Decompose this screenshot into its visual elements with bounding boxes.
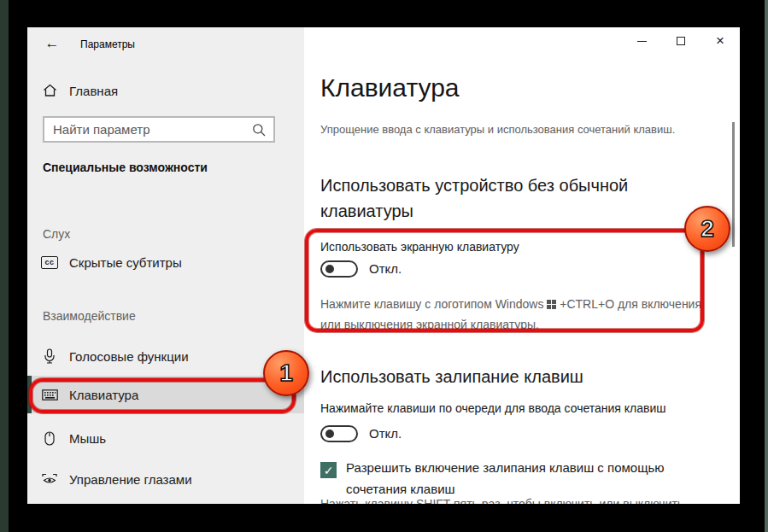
scrollbar-thumb[interactable] — [732, 122, 735, 247]
toggle-knob — [325, 430, 334, 438]
sidebar-item-home[interactable]: Главная — [27, 75, 304, 106]
sidebar-item-label: Управление глазами — [69, 472, 192, 487]
close-button[interactable]: × — [701, 27, 740, 55]
desktop-edge-right — [765, 0, 768, 532]
search-icon[interactable] — [252, 123, 266, 137]
sidebar-item-label: Клавиатура — [69, 388, 138, 402]
closed-captions-icon: cc — [41, 256, 58, 269]
group-label-interaction: Взаимодействие — [43, 309, 136, 323]
page-title: Клавиатура — [320, 73, 460, 102]
section-heading-no-keyboard: Использовать устройство без обычной клав… — [320, 172, 688, 224]
settings-window: ← Параметры Главная Специальные возможно… — [27, 27, 740, 504]
sidebar-item-eye-control[interactable]: Управление глазами — [27, 462, 304, 496]
sticky-hint-clipped: Нажать клавишу SHIFT пять раз, чтобы вкл… — [320, 494, 722, 504]
sidebar-heading: Специальные возможности — [43, 161, 208, 174]
search-box[interactable] — [43, 116, 275, 143]
annotation-step2-badge: 2 — [684, 206, 730, 252]
window-controls: × — [622, 27, 740, 55]
sidebar-item-label: Скрытые субтитры — [69, 255, 182, 270]
microphone-icon — [41, 348, 58, 364]
checkmark-icon: ✓ — [324, 464, 334, 477]
sticky-toggle[interactable] — [320, 425, 358, 442]
sticky-toggle-label: Нажимайте клавиши по очереди для ввода с… — [320, 401, 666, 415]
sidebar-item-mouse[interactable]: Мышь — [27, 421, 304, 455]
osk-toggle-label: Использовать экранную клавиатуру — [320, 240, 519, 254]
group-label-hearing: Слух — [43, 227, 70, 241]
osk-toggle[interactable] — [320, 260, 358, 278]
windows-logo-icon — [547, 300, 556, 309]
close-icon: × — [716, 32, 724, 50]
sidebar-item-label: Главная — [69, 84, 118, 98]
section-heading-sticky-keys: Использовать залипание клавиш — [320, 364, 722, 389]
mouse-icon — [41, 431, 58, 446]
keyboard-icon — [41, 389, 58, 400]
sidebar-item-label: Мышь — [69, 431, 106, 446]
search-input[interactable] — [44, 122, 252, 137]
eye-control-icon — [41, 473, 58, 485]
desktop-edge-left — [0, 0, 9, 532]
sticky-toggle-state: Откл. — [369, 426, 402, 441]
maximize-button[interactable] — [661, 27, 701, 55]
minimize-icon — [637, 41, 647, 42]
sticky-shortcut-checkbox[interactable]: ✓ — [320, 462, 337, 478]
maximize-icon — [677, 37, 685, 45]
sidebar: ← Параметры Главная Специальные возможно… — [27, 27, 304, 504]
osk-hint-text: Нажмите клавишу с логотипом Windows +CTR… — [320, 294, 709, 335]
sidebar-item-keyboard[interactable]: Клавиатура — [27, 376, 304, 413]
osk-toggle-state: Откл. — [369, 261, 402, 276]
minimize-button[interactable] — [622, 27, 661, 55]
home-icon — [41, 84, 58, 97]
sidebar-item-label: Голосовые функции — [69, 349, 189, 364]
back-arrow-icon: ← — [45, 35, 60, 52]
page-subtitle: Упрощение ввода с клавиатуры и использов… — [320, 123, 675, 136]
sidebar-item-closed-captions[interactable]: cc Скрытые субтитры — [27, 246, 304, 278]
window-title: Параметры — [80, 38, 135, 50]
sidebar-item-speech[interactable]: Голосовые функции — [27, 338, 304, 374]
screenshot-root: ← Параметры Главная Специальные возможно… — [0, 0, 768, 532]
selected-accent-bar — [27, 376, 32, 413]
toggle-knob — [325, 265, 334, 273]
back-button[interactable]: ← — [39, 32, 65, 55]
